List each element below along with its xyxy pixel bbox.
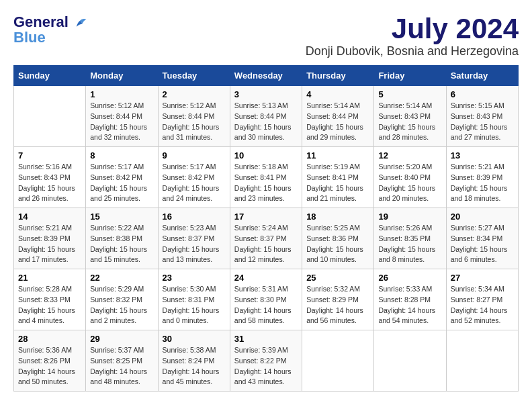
day-info: Sunrise: 5:19 AM Sunset: 8:41 PM Dayligh… <box>306 162 369 204</box>
day-info: Sunrise: 5:17 AM Sunset: 8:42 PM Dayligh… <box>163 162 226 204</box>
calendar-week-row: 14Sunrise: 5:21 AM Sunset: 8:39 PM Dayli… <box>14 208 519 269</box>
day-info: Sunrise: 5:22 AM Sunset: 8:38 PM Dayligh… <box>90 223 153 265</box>
calendar-cell: 26Sunrise: 5:33 AM Sunset: 8:28 PM Dayli… <box>374 269 446 330</box>
day-info: Sunrise: 5:12 AM Sunset: 8:44 PM Dayligh… <box>90 101 153 143</box>
title-section: July 2024 Donji Dubovik, Bosnia and Herz… <box>306 13 519 58</box>
calendar-cell: 7Sunrise: 5:16 AM Sunset: 8:43 PM Daylig… <box>14 147 86 208</box>
calendar-cell: 13Sunrise: 5:21 AM Sunset: 8:39 PM Dayli… <box>446 147 518 208</box>
day-info: Sunrise: 5:21 AM Sunset: 8:39 PM Dayligh… <box>18 223 81 265</box>
calendar-week-row: 1Sunrise: 5:12 AM Sunset: 8:44 PM Daylig… <box>14 86 519 147</box>
day-info: Sunrise: 5:14 AM Sunset: 8:43 PM Dayligh… <box>378 101 441 143</box>
logo-bird-icon <box>73 17 87 32</box>
day-number: 20 <box>451 212 514 222</box>
col-header-sunday: Sunday <box>14 66 86 86</box>
day-number: 13 <box>451 150 514 161</box>
col-header-monday: Monday <box>86 66 158 86</box>
page-header: General Blue July 2024 Donji Dubovik, Bo… <box>13 13 519 58</box>
day-number: 4 <box>306 89 369 99</box>
calendar-cell: 11Sunrise: 5:19 AM Sunset: 8:41 PM Dayli… <box>302 147 374 208</box>
day-number: 11 <box>306 150 369 161</box>
day-info: Sunrise: 5:31 AM Sunset: 8:30 PM Dayligh… <box>234 284 298 326</box>
month-title: July 2024 <box>306 13 519 44</box>
calendar-week-row: 7Sunrise: 5:16 AM Sunset: 8:43 PM Daylig… <box>14 147 519 208</box>
calendar-cell: 12Sunrise: 5:20 AM Sunset: 8:40 PM Dayli… <box>374 147 446 208</box>
day-info: Sunrise: 5:37 AM Sunset: 8:25 PM Dayligh… <box>90 345 153 387</box>
day-number: 19 <box>378 212 441 222</box>
day-info: Sunrise: 5:36 AM Sunset: 8:26 PM Dayligh… <box>18 345 81 387</box>
day-number: 31 <box>234 334 298 344</box>
day-number: 23 <box>163 273 226 283</box>
calendar-cell: 23Sunrise: 5:30 AM Sunset: 8:31 PM Dayli… <box>158 269 230 330</box>
day-number: 21 <box>18 273 81 283</box>
col-header-saturday: Saturday <box>446 66 518 86</box>
logo-general: General <box>13 13 69 30</box>
col-header-friday: Friday <box>374 66 446 86</box>
calendar-table: SundayMondayTuesdayWednesdayThursdayFrid… <box>13 65 519 392</box>
day-info: Sunrise: 5:17 AM Sunset: 8:42 PM Dayligh… <box>90 162 153 204</box>
calendar-cell: 3Sunrise: 5:13 AM Sunset: 8:44 PM Daylig… <box>230 86 302 147</box>
calendar-cell: 27Sunrise: 5:34 AM Sunset: 8:27 PM Dayli… <box>446 269 518 330</box>
day-info: Sunrise: 5:26 AM Sunset: 8:35 PM Dayligh… <box>378 223 441 265</box>
day-number: 18 <box>306 212 369 222</box>
location-title: Donji Dubovik, Bosnia and Herzegovina <box>306 44 519 58</box>
calendar-cell: 10Sunrise: 5:18 AM Sunset: 8:41 PM Dayli… <box>230 147 302 208</box>
day-info: Sunrise: 5:25 AM Sunset: 8:36 PM Dayligh… <box>306 223 369 265</box>
day-number: 17 <box>234 212 298 222</box>
day-info: Sunrise: 5:27 AM Sunset: 8:34 PM Dayligh… <box>451 223 514 265</box>
calendar-cell: 17Sunrise: 5:24 AM Sunset: 8:37 PM Dayli… <box>230 208 302 269</box>
day-number: 16 <box>163 212 226 222</box>
day-number: 14 <box>18 212 81 222</box>
calendar-cell: 20Sunrise: 5:27 AM Sunset: 8:34 PM Dayli… <box>446 208 518 269</box>
day-info: Sunrise: 5:15 AM Sunset: 8:43 PM Dayligh… <box>451 101 514 143</box>
day-info: Sunrise: 5:20 AM Sunset: 8:40 PM Dayligh… <box>378 162 441 204</box>
calendar-cell: 5Sunrise: 5:14 AM Sunset: 8:43 PM Daylig… <box>374 86 446 147</box>
day-number: 30 <box>163 334 226 344</box>
day-number: 6 <box>451 89 514 99</box>
calendar-cell: 22Sunrise: 5:29 AM Sunset: 8:32 PM Dayli… <box>86 269 158 330</box>
day-number: 29 <box>90 334 153 344</box>
calendar-cell: 8Sunrise: 5:17 AM Sunset: 8:42 PM Daylig… <box>86 147 158 208</box>
day-info: Sunrise: 5:24 AM Sunset: 8:37 PM Dayligh… <box>234 223 298 265</box>
day-number: 3 <box>234 89 298 99</box>
day-number: 10 <box>234 150 298 161</box>
calendar-week-row: 28Sunrise: 5:36 AM Sunset: 8:26 PM Dayli… <box>14 330 519 392</box>
day-number: 28 <box>18 334 81 344</box>
calendar-cell: 2Sunrise: 5:12 AM Sunset: 8:44 PM Daylig… <box>158 86 230 147</box>
col-header-wednesday: Wednesday <box>230 66 302 86</box>
day-info: Sunrise: 5:34 AM Sunset: 8:27 PM Dayligh… <box>451 284 514 326</box>
calendar-cell: 19Sunrise: 5:26 AM Sunset: 8:35 PM Dayli… <box>374 208 446 269</box>
day-info: Sunrise: 5:29 AM Sunset: 8:32 PM Dayligh… <box>90 284 153 326</box>
calendar-cell: 21Sunrise: 5:28 AM Sunset: 8:33 PM Dayli… <box>14 269 86 330</box>
day-info: Sunrise: 5:38 AM Sunset: 8:24 PM Dayligh… <box>163 345 226 387</box>
day-info: Sunrise: 5:33 AM Sunset: 8:28 PM Dayligh… <box>378 284 441 326</box>
calendar-cell: 15Sunrise: 5:22 AM Sunset: 8:38 PM Dayli… <box>86 208 158 269</box>
day-number: 25 <box>306 273 369 283</box>
calendar-cell: 1Sunrise: 5:12 AM Sunset: 8:44 PM Daylig… <box>86 86 158 147</box>
calendar-cell: 4Sunrise: 5:14 AM Sunset: 8:44 PM Daylig… <box>302 86 374 147</box>
calendar-cell: 16Sunrise: 5:23 AM Sunset: 8:37 PM Dayli… <box>158 208 230 269</box>
day-info: Sunrise: 5:28 AM Sunset: 8:33 PM Dayligh… <box>18 284 81 326</box>
calendar-cell <box>302 330 374 392</box>
calendar-cell: 18Sunrise: 5:25 AM Sunset: 8:36 PM Dayli… <box>302 208 374 269</box>
calendar-cell: 31Sunrise: 5:39 AM Sunset: 8:22 PM Dayli… <box>230 330 302 392</box>
day-number: 2 <box>163 89 226 99</box>
col-header-thursday: Thursday <box>302 66 374 86</box>
calendar-cell <box>374 330 446 392</box>
day-info: Sunrise: 5:16 AM Sunset: 8:43 PM Dayligh… <box>18 162 81 204</box>
day-number: 15 <box>90 212 153 222</box>
calendar-cell: 25Sunrise: 5:32 AM Sunset: 8:29 PM Dayli… <box>302 269 374 330</box>
day-number: 7 <box>18 150 81 161</box>
day-number: 22 <box>90 273 153 283</box>
day-info: Sunrise: 5:13 AM Sunset: 8:44 PM Dayligh… <box>234 101 298 143</box>
calendar-cell: 30Sunrise: 5:38 AM Sunset: 8:24 PM Dayli… <box>158 330 230 392</box>
day-number: 24 <box>234 273 298 283</box>
calendar-cell <box>14 86 86 147</box>
day-info: Sunrise: 5:23 AM Sunset: 8:37 PM Dayligh… <box>163 223 226 265</box>
calendar-cell: 29Sunrise: 5:37 AM Sunset: 8:25 PM Dayli… <box>86 330 158 392</box>
calendar-cell: 14Sunrise: 5:21 AM Sunset: 8:39 PM Dayli… <box>14 208 86 269</box>
day-info: Sunrise: 5:14 AM Sunset: 8:44 PM Dayligh… <box>306 101 369 143</box>
day-info: Sunrise: 5:39 AM Sunset: 8:22 PM Dayligh… <box>234 345 298 387</box>
calendar-cell: 6Sunrise: 5:15 AM Sunset: 8:43 PM Daylig… <box>446 86 518 147</box>
day-number: 8 <box>90 150 153 161</box>
day-number: 27 <box>451 273 514 283</box>
